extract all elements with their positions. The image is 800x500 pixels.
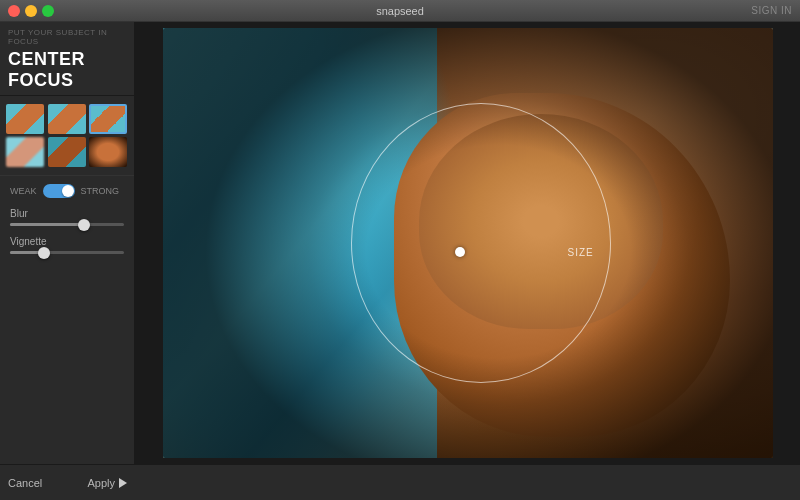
sidebar-bottom-bar: Cancel Apply [0, 464, 135, 500]
minimize-button[interactable] [25, 5, 37, 17]
blur-label: Blur [10, 208, 124, 219]
thumbnail-5[interactable] [48, 137, 86, 167]
sidebar-header: PUT YOUR SUBJECT IN FOCUS CENTER FOCUS [0, 22, 134, 96]
thumbnail-3[interactable] [89, 104, 127, 134]
size-label: SIZE [568, 246, 594, 257]
login-button[interactable]: SIGN IN [751, 5, 792, 16]
strength-row: WEAK STRONG [10, 184, 124, 198]
app-title: snapseed [376, 5, 424, 17]
vignette-slider-track[interactable] [10, 251, 124, 254]
size-indicator: SIZE [418, 246, 594, 257]
thumbnail-2[interactable] [48, 104, 86, 134]
cancel-label: Cancel [8, 477, 42, 489]
strength-toggle[interactable] [43, 184, 75, 198]
apply-arrow-icon [119, 478, 127, 488]
close-button[interactable] [8, 5, 20, 17]
vignette-label: Vignette [10, 236, 124, 247]
image-container[interactable]: SIZE [163, 28, 773, 458]
toggle-thumb [62, 185, 74, 197]
thumbnail-1[interactable] [6, 104, 44, 134]
vignette-slider-thumb[interactable] [38, 247, 50, 259]
sidebar: PUT YOUR SUBJECT IN FOCUS CENTER FOCUS W… [0, 22, 135, 500]
thumbnail-4[interactable] [6, 137, 44, 167]
vignette-overlay [163, 28, 773, 458]
thumbnail-6[interactable] [89, 137, 127, 167]
apply-label: Apply [87, 477, 115, 489]
thumbnail-grid [0, 96, 134, 175]
title-bar: snapseed SIGN IN [0, 0, 800, 22]
title-bar-right: SIGN IN [751, 5, 792, 16]
blur-slider-track[interactable] [10, 223, 124, 226]
controls-panel: WEAK STRONG Blur Vignette [0, 175, 134, 272]
maximize-button[interactable] [42, 5, 54, 17]
weak-label: WEAK [10, 186, 37, 196]
cancel-button[interactable]: Cancel [8, 477, 42, 489]
blur-slider-fill [10, 223, 84, 226]
vignette-control: Vignette [10, 236, 124, 254]
strong-label: STRONG [81, 186, 120, 196]
apply-button[interactable]: Apply [87, 477, 127, 489]
blur-slider-thumb[interactable] [78, 219, 90, 231]
blur-control: Blur [10, 208, 124, 226]
sidebar-hint: PUT YOUR SUBJECT IN FOCUS [8, 28, 126, 46]
main-canvas: SIZE [135, 22, 800, 464]
window-controls [8, 5, 54, 17]
canvas-bottom-bar [135, 464, 800, 500]
sidebar-title: CENTER FOCUS [8, 49, 126, 91]
